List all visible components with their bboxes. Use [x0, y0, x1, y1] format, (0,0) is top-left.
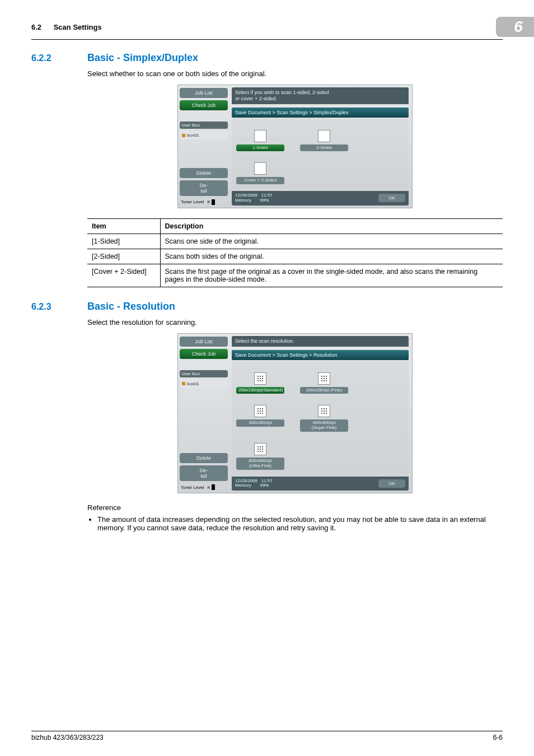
reference-label: Reference	[87, 503, 503, 512]
datetime-memory: 12/28/2009 11:57 Memory 99%	[235, 479, 273, 489]
resolution-icon	[318, 405, 330, 417]
hint-text: Select if you wish to scan 1-sided, 2-si…	[232, 87, 409, 104]
page-icon	[318, 130, 330, 142]
ok-button[interactable]: OK	[378, 194, 405, 202]
option-label: 200x100dpi(Standard)	[236, 387, 284, 394]
section-title: Basic - Simplex/Duplex	[87, 52, 198, 64]
breadcrumb: Save Document > Scan Settings > Resoluti…	[232, 350, 409, 360]
simplex-duplex-table: Item Description [1-Sided]Scans one side…	[87, 218, 503, 287]
option-tile[interactable]: 2-Sided	[300, 130, 348, 152]
header-section-number: 6.2	[31, 23, 41, 31]
resolution-icon	[254, 372, 266, 385]
option-tile[interactable]: 400x400dpi (Super Fine)	[300, 405, 348, 432]
section-title: Basic - Resolution	[87, 301, 175, 312]
resolution-icon	[254, 443, 266, 455]
user-box-label: User Box	[180, 122, 228, 129]
datetime-memory: 12/28/2009 11:57 Memory 99%	[235, 193, 273, 203]
option-label: 2-Sided	[300, 144, 348, 152]
user-box-item[interactable]: box01	[180, 131, 228, 139]
toner-level: Toner Level K	[180, 198, 228, 205]
section-heading-resolution: 6.2.3 Basic - Resolution	[31, 301, 503, 312]
delete-button[interactable]: Delete	[180, 168, 228, 178]
user-box-item[interactable]: box01	[180, 380, 228, 388]
section-intro: Select the resolution for scanning.	[87, 318, 503, 326]
option-tile[interactable]: 1-Sided	[236, 130, 284, 152]
page-footer: bizhub 423/363/283/223 6-6	[31, 731, 503, 741]
section-heading-simplex-duplex: 6.2.2 Basic - Simplex/Duplex	[31, 52, 503, 64]
table-cell-description: Scans one side of the original.	[160, 234, 503, 249]
option-tile[interactable]: 300x300dpi	[236, 405, 284, 432]
breadcrumb: Save Document > Scan Settings > Simplex/…	[232, 108, 409, 118]
table-head-item: Item	[87, 218, 160, 234]
option-label: 1-Sided	[236, 144, 284, 152]
device-screenshot-simplex-duplex: Job List Check Job User Box box01 Delete…	[177, 85, 413, 208]
check-job-button[interactable]: Check Job	[180, 100, 228, 110]
table-row: [2-Sided]Scans both sides of the origina…	[87, 249, 503, 264]
reference-bullet: The amount of data increases depending o…	[97, 515, 503, 532]
footer-page-number: 6-6	[493, 734, 503, 741]
screenshot-sidebar: Job List Check Job User Box box01 Delete…	[178, 334, 229, 493]
option-tile[interactable]: 200x100dpi(Standard)	[236, 372, 284, 394]
page-icon	[254, 162, 266, 175]
table-head-description: Description	[160, 218, 503, 234]
job-list-button[interactable]: Job List	[180, 88, 228, 98]
screenshot-sidebar: Job List Check Job User Box box01 Delete…	[178, 85, 229, 208]
option-label: 400x400dpi (Super Fine)	[300, 419, 348, 432]
option-area: 1-Sided2-SidedCover + 2-Sided	[232, 119, 409, 189]
header-chapter-badge: 6	[496, 17, 534, 37]
table-row: [Cover + 2-Sided]Scans the first page of…	[87, 264, 503, 287]
check-job-button[interactable]: Check Job	[180, 349, 228, 359]
detail-button[interactable]: De- tail	[180, 180, 228, 196]
page-header: 6.2 Scan Settings 6	[31, 17, 503, 40]
table-cell-description: Scans the first page of the original as …	[160, 264, 503, 287]
job-list-button[interactable]: Job List	[180, 337, 228, 347]
option-area: 200x100dpi(Standard)200x200dpi (Fine)300…	[232, 361, 409, 474]
section-intro: Select whether to scan one or both sides…	[87, 69, 503, 78]
table-cell-description: Scans both sides of the original.	[160, 249, 503, 264]
resolution-icon	[254, 405, 266, 417]
table-cell-item: [2-Sided]	[87, 249, 160, 264]
detail-button[interactable]: De- tail	[180, 465, 228, 481]
ok-button[interactable]: OK	[378, 479, 405, 488]
option-tile[interactable]: 600x600dpi (Ultra Fine)	[236, 443, 284, 470]
header-section-title: Scan Settings	[54, 23, 102, 31]
table-cell-item: [Cover + 2-Sided]	[87, 264, 160, 287]
resolution-icon	[318, 372, 330, 385]
user-box-label: User Box	[180, 370, 228, 377]
section-number: 6.2.2	[31, 53, 87, 63]
hint-text: Select the scan resolution.	[232, 336, 409, 347]
delete-button[interactable]: Delete	[180, 453, 228, 463]
option-tile[interactable]: 200x200dpi (Fine)	[300, 372, 348, 394]
page-icon	[254, 130, 266, 142]
toner-level: Toner Level K	[180, 483, 228, 490]
section-number: 6.2.3	[31, 302, 87, 312]
device-screenshot-resolution: Job List Check Job User Box box01 Delete…	[177, 333, 413, 493]
option-label: Cover + 2-Sided	[236, 177, 284, 184]
footer-model: bizhub 423/363/283/223	[31, 734, 104, 741]
option-label: 200x200dpi (Fine)	[300, 387, 348, 394]
table-row: [1-Sided]Scans one side of the original.	[87, 234, 503, 249]
reference-list: The amount of data increases depending o…	[87, 515, 503, 532]
table-cell-item: [1-Sided]	[87, 234, 160, 249]
option-label: 600x600dpi (Ultra Fine)	[236, 458, 284, 470]
option-label: 300x300dpi	[236, 419, 284, 427]
option-tile[interactable]: Cover + 2-Sided	[236, 162, 284, 184]
